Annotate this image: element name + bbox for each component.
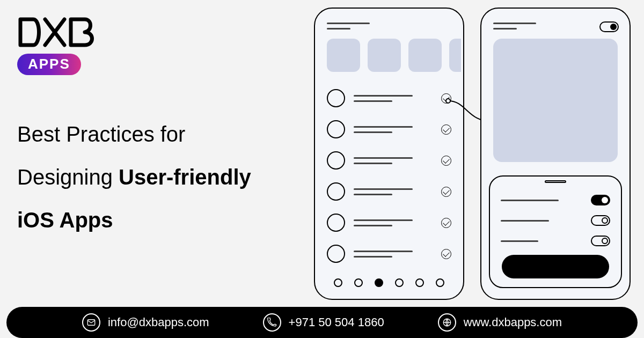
check-icon: [441, 249, 451, 259]
tile: [449, 39, 461, 72]
check-icon: [441, 187, 451, 197]
headline-line-1: Best Practices for: [17, 113, 251, 156]
list-item: [327, 245, 451, 263]
list-item: [327, 214, 451, 232]
list-item: [327, 89, 451, 107]
phone-mockup-right: [480, 8, 631, 300]
dot-active: [375, 278, 383, 287]
bullet-icon: [327, 245, 345, 263]
phone-text: +971 50 504 1860: [289, 315, 384, 329]
header-line: [493, 28, 517, 30]
tile: [368, 39, 401, 72]
bullet-icon: [327, 151, 345, 170]
bottom-card: [489, 175, 622, 288]
dot: [334, 278, 342, 287]
bullet-icon: [327, 120, 345, 138]
dot: [415, 278, 424, 287]
website-item: www.dxbapps.com: [438, 313, 562, 332]
bullet-icon: [327, 89, 345, 107]
tile: [408, 39, 442, 72]
headline: Best Practices for Designing User-friend…: [17, 113, 251, 241]
toggle-icon: [591, 195, 610, 205]
svg-point-0: [446, 99, 450, 103]
tile: [327, 39, 360, 72]
check-icon: [441, 218, 451, 228]
mail-icon: [82, 313, 100, 332]
wireframe-phones: [311, 6, 639, 307]
headline-line-3: iOS Apps: [17, 199, 251, 241]
tile-row: [327, 39, 453, 72]
pagination-dots: [315, 278, 463, 287]
phone-mockup-left: [314, 8, 464, 300]
header-line: [327, 28, 350, 30]
bullet-icon: [327, 214, 345, 232]
card-row: [501, 215, 610, 226]
bullet-icon: [327, 182, 345, 201]
email-text: info@dxbapps.com: [108, 315, 209, 329]
globe-icon: [438, 313, 456, 332]
website-text: www.dxbapps.com: [464, 315, 562, 329]
image-placeholder: [493, 39, 618, 162]
check-icon: [441, 156, 451, 166]
list-item: [327, 151, 451, 170]
dot: [436, 278, 444, 287]
dot: [395, 278, 404, 287]
list-item: [327, 182, 451, 201]
card-row: [501, 236, 610, 246]
toggle-icon: [599, 21, 619, 32]
brand-logo: APPS: [17, 15, 98, 75]
toggle-icon: [591, 215, 610, 226]
dot: [354, 278, 363, 287]
list-item: [327, 120, 451, 138]
cta-pill: [502, 255, 609, 278]
header-line: [493, 23, 536, 24]
apps-badge: APPS: [17, 54, 81, 75]
contact-footer: info@dxbapps.com +971 50 504 1860 www.dx…: [6, 307, 638, 338]
list: [327, 89, 451, 263]
logo-text: [17, 15, 98, 52]
header-line: [327, 23, 370, 24]
phone-icon: [263, 313, 281, 332]
email-item: info@dxbapps.com: [82, 313, 209, 332]
headline-line-2: Designing User-friendly: [17, 156, 251, 199]
notch-icon: [545, 180, 566, 183]
phone-item: +971 50 504 1860: [263, 313, 384, 332]
toggle-icon: [591, 236, 610, 246]
card-row: [501, 195, 610, 205]
